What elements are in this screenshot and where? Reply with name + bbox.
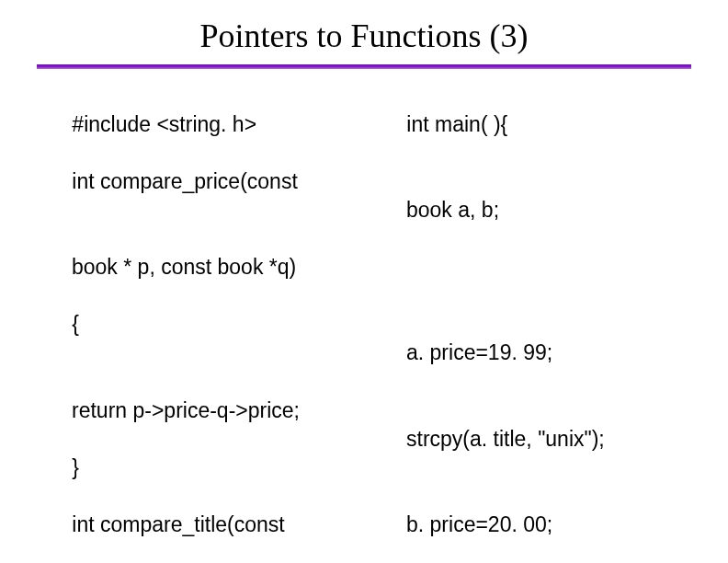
code-line: b. price=20. 00; — [371, 511, 691, 539]
code-line: int compare_price(const — [72, 169, 297, 193]
code-line: #include <string. h> — [72, 112, 256, 136]
code-line: } — [72, 455, 79, 479]
code-line: return p->price-q->price; — [37, 396, 357, 425]
code-column-left: #include <string. h> int compare_price(c… — [37, 82, 366, 563]
code-line: book a, b; — [371, 196, 691, 224]
code-line: strcpy(a. title, "unix"); — [371, 425, 691, 454]
title-underline — [37, 64, 691, 69]
slide-title: Pointers to Functions (3) — [37, 17, 691, 55]
slide: Pointers to Functions (3) #include <stri… — [0, 0, 728, 563]
code-line: book * p, const book *q) — [37, 253, 357, 282]
code-line: int compare_title(const — [72, 512, 284, 536]
code-line: a. price=19. 99; — [371, 339, 691, 367]
code-column-right: int main( ){ book a, b; a. price=19. 99;… — [366, 82, 691, 563]
code-line: { — [72, 312, 79, 336]
content-area: #include <string. h> int compare_price(c… — [37, 82, 691, 563]
code-line: int main( ){ — [406, 112, 507, 136]
